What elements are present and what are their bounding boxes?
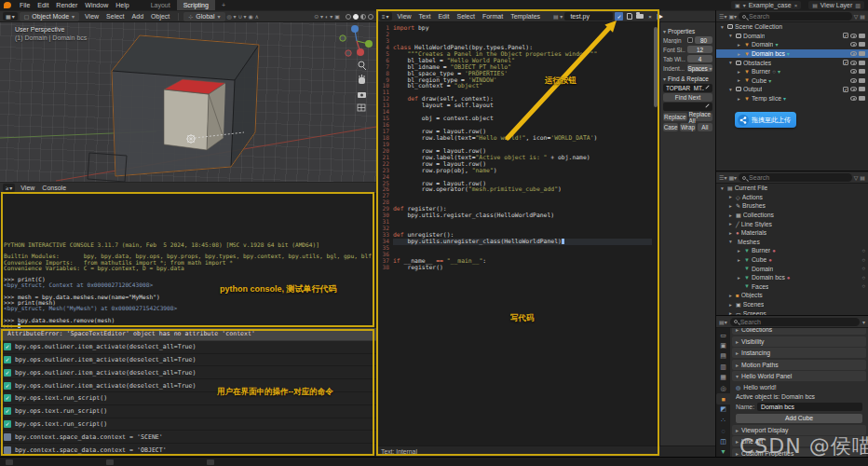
blendfile-item-scenes[interactable]: ▸▣Scenes [716, 300, 868, 309]
outliner-item-output[interactable]: ▾Output✓ [716, 85, 868, 94]
navigation-gizmo[interactable] [340, 25, 373, 56]
hide-eye-icon[interactable] [850, 87, 857, 91]
view-layer-selector[interactable]: ▤ View Layer ▥ [808, 1, 864, 9]
outliner-display-mode-dropdown[interactable]: ▦▾ [728, 174, 737, 181]
disable-render-icon[interactable] [859, 34, 865, 38]
outliner-filter-dropdown[interactable]: ☰▾ [719, 13, 726, 20]
modifier-properties-tab[interactable]: ◩ [716, 404, 730, 415]
outliner-options-icon[interactable]: ▤ [860, 13, 865, 20]
outliner-item-domain-bcs[interactable]: ▸▼Domain bcs▾ [716, 49, 868, 59]
console-menu-console[interactable]: Console [38, 185, 70, 191]
output-properties-tab[interactable]: ▤ [716, 351, 730, 362]
open-text-icon[interactable] [635, 12, 644, 21]
blender-logo-icon[interactable] [4, 2, 11, 8]
expand-toggle[interactable]: ▸ [736, 42, 742, 48]
menu-window[interactable]: Window [81, 2, 112, 8]
chevron-down-icon[interactable]: ▾ [862, 319, 865, 325]
disable-render-icon[interactable] [859, 69, 865, 74]
outliner-display-mode-dropdown[interactable]: ▣▾ [728, 13, 737, 20]
blendfile-item-materials[interactable]: ▸●Materials [716, 228, 868, 238]
find-option-all[interactable]: All [698, 123, 712, 131]
text-menu-text[interactable]: Text [415, 13, 435, 20]
find-option-wrap[interactable]: Wrap [680, 123, 695, 131]
expand-toggle[interactable]: ▾ [727, 239, 734, 244]
disable-render-icon[interactable] [859, 96, 865, 101]
object-name-field[interactable]: Domain bcs [757, 403, 862, 411]
eyedropper-icon[interactable] [704, 104, 710, 110]
expand-toggle[interactable]: ▸ [736, 248, 742, 254]
expand-toggle[interactable]: ▾ [727, 60, 734, 65]
blendfile-item-meshes[interactable]: ▾Meshes [716, 238, 868, 247]
python-console[interactable]: PYTHON INTERACTIVE CONSOLE 3.11.7 (main,… [0, 194, 376, 328]
scene-properties-tab[interactable]: ▦ [716, 373, 730, 383]
blendfile-item-brushes[interactable]: ▸✎Brushes [716, 201, 868, 211]
hide-eye-icon[interactable] [850, 42, 857, 47]
outliner-item-cube[interactable]: ▸▼Cube▾ [716, 76, 868, 86]
expand-toggle[interactable]: ▸ [727, 293, 734, 298]
find-input[interactable]: TOPBAR_MT... [663, 84, 712, 92]
blendfile-item-burner[interactable]: ▸▼Burner●○ [716, 246, 868, 255]
hide-eye-icon[interactable] [850, 51, 857, 56]
expand-toggle[interactable]: ▸ [736, 77, 742, 83]
menu-help[interactable]: Help [112, 2, 132, 8]
blendfile-item-current-file[interactable]: ▾▤Current File [716, 184, 868, 193]
rendered-shading-icon[interactable] [368, 14, 373, 20]
material-shading-icon[interactable] [360, 14, 366, 20]
overlays-dropdown[interactable]: ◐ ▾ [325, 13, 332, 20]
replace-all-button[interactable]: Replace All [689, 113, 713, 121]
filter-funnel-icon[interactable]: ▽ [854, 174, 859, 181]
disable-render-icon[interactable] [859, 51, 865, 56]
margin-checkbox[interactable] [687, 37, 693, 43]
blendfile-item-cube[interactable]: ▸▼Cube●○ [716, 255, 868, 265]
panel-hello-world-panel[interactable]: ▾Hello World Panel [732, 371, 866, 381]
hide-eye-icon[interactable] [850, 61, 857, 65]
info-row[interactable]: bpy.context.space_data.context = 'OBJECT… [0, 444, 376, 457]
expand-toggle[interactable]: ▸ [727, 194, 734, 199]
text-datablock-icon[interactable]: ▤ ▾ [553, 13, 563, 20]
expand-toggle[interactable]: ▸ [736, 257, 742, 263]
outliner-item-domain[interactable]: ▸▼Domain▾ [716, 40, 868, 49]
editor-type-dropdown[interactable]: ≥▾ [3, 184, 15, 192]
panel-motion-paths[interactable]: ▸Motion Paths [732, 360, 866, 370]
disable-render-icon[interactable] [859, 42, 865, 47]
hide-eye-icon[interactable] [850, 34, 857, 38]
code-editor[interactable]: 1234567891011121314151617181920212223242… [376, 22, 659, 445]
outliner-filter-dropdown[interactable]: ☰▾ [719, 174, 726, 181]
viewport-menu-select[interactable]: Select [102, 13, 128, 20]
disable-render-icon[interactable] [859, 87, 865, 91]
expand-toggle[interactable]: ▸ [736, 275, 742, 281]
exclude-checkbox[interactable]: ✓ [843, 33, 848, 38]
pivot-point-dropdown[interactable]: ◎ ▾ [227, 13, 237, 20]
object-mode-dropdown[interactable]: ▢ Object Mode▾ [20, 12, 79, 21]
info-row[interactable]: ✓bpy.ops.outliner.item_activate(deselect… [0, 341, 376, 354]
outliner-item-scene-collection[interactable]: ▾Scene Collection [716, 22, 868, 32]
run-script-button[interactable]: ▶ [656, 12, 664, 21]
disable-render-icon[interactable] [859, 61, 865, 65]
expand-toggle[interactable]: ▸ [727, 203, 734, 209]
physics-properties-tab[interactable]: ◌ [716, 426, 730, 436]
info-row[interactable]: ✓bpy.ops.outliner.item_activate(deselect… [0, 354, 376, 367]
find-replace-panel-header[interactable]: ▾Find & Replace [663, 75, 712, 83]
exclude-checkbox[interactable]: ✓ [843, 60, 848, 65]
transform-orientation-dropdown[interactable]: ⊹ Global▾ [183, 12, 224, 21]
menu-edit[interactable]: Edit [34, 2, 52, 8]
expand-toggle[interactable]: ▾ [719, 24, 726, 30]
expand-toggle[interactable]: ▸ [727, 221, 734, 226]
properties-panel-header[interactable]: ▾Properties [663, 27, 712, 35]
info-row[interactable]: ✓bpy.ops.text.run_script() [0, 405, 376, 418]
panel-visibility[interactable]: ▸Visibility [732, 336, 866, 347]
find-next-button[interactable]: Find Next [663, 93, 712, 102]
snap-magnet-icon[interactable]: ∪ ▾ [237, 13, 246, 20]
add-workspace-button[interactable]: + [217, 2, 230, 8]
expand-toggle[interactable]: ▸ [727, 230, 734, 236]
margin-field[interactable]: Margin 80 [663, 35, 712, 45]
render-properties-tab[interactable]: ▣ [716, 340, 730, 350]
view-layer-new-icon[interactable]: ▥ [855, 2, 861, 8]
workspace-tab-layout[interactable]: Layout [144, 0, 177, 10]
viewport-menu-object[interactable]: Object [147, 13, 173, 20]
scene-selector[interactable]: ▣ ▾ Example_case × [731, 1, 801, 9]
menu-render[interactable]: Render [52, 2, 81, 8]
outliner-item-burner[interactable]: ▸▼Burner○▾ [716, 67, 868, 76]
text-menu-select[interactable]: Select [453, 13, 478, 20]
text-menu-templates[interactable]: Templates [507, 13, 544, 20]
